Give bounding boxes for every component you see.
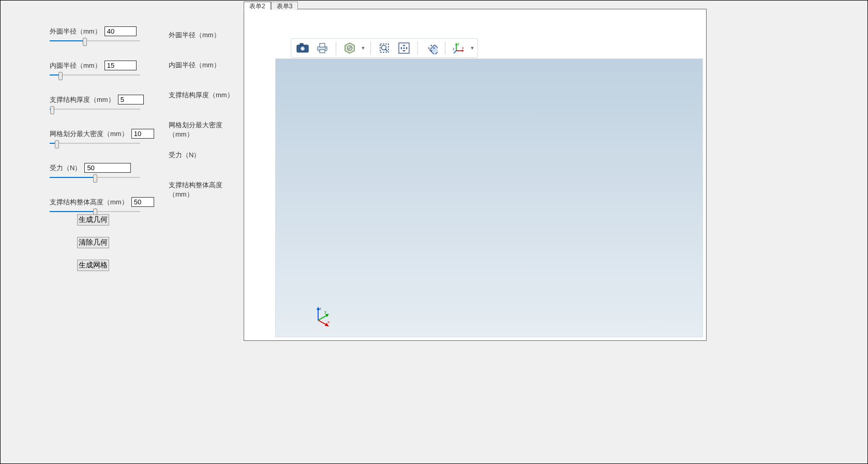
svg-rect-6 [320,50,325,53]
action-buttons: 生成几何 清除几何 生成网格 [77,214,109,271]
zoom-extents-icon[interactable] [422,40,441,56]
svg-line-13 [385,49,387,51]
generate-geometry-button[interactable]: 生成几何 [77,214,109,226]
readout-height: 支撑结构整体高度（mm） [169,176,246,206]
param-label: 网格划分最大密度（mm） [50,129,128,139]
toolbar-separator [370,41,371,55]
thickness-slider[interactable] [50,106,140,112]
svg-rect-5 [320,43,325,47]
inner-radius-input[interactable] [104,61,137,70]
svg-text:z: z [453,47,455,51]
svg-text:y: y [457,42,459,46]
param-label: 内圆半径（mm） [50,61,101,70]
svg-rect-1 [300,43,303,46]
print-icon[interactable] [313,40,332,56]
param-label: 外圆半径（mm） [50,27,101,36]
zoom-box-icon[interactable] [375,40,394,56]
thickness-input[interactable] [118,95,144,104]
svg-point-7 [325,48,326,49]
outer-radius-slider[interactable] [50,38,140,44]
axis-triad-icon[interactable]: y x z [450,40,468,56]
tab-bar: 表单2 表单3 [244,2,298,11]
param-inner-radius: 内圆半径（mm） [50,61,153,78]
force-input[interactable] [84,163,131,173]
camera-icon[interactable] [293,40,312,56]
inner-radius-slider[interactable] [50,72,140,78]
params-panel: 外圆半径（mm） 内圆半径（mm） 支撑结构厚度（m [50,26,153,231]
toolbar-separator [336,41,336,55]
app-root: 外圆半径（mm） 内圆半径（mm） 支撑结构厚度（m [0,0,868,464]
param-label: 支撑结构厚度（mm） [50,95,115,104]
height-input[interactable] [131,197,154,207]
readout-outer-radius: 外圆半径（mm） [169,26,246,56]
svg-text:y: y [324,309,326,314]
param-force: 受力（N） [50,163,153,181]
svg-marker-21 [462,50,464,52]
svg-point-15 [403,47,405,49]
param-label: 支撑结构整体高度（mm） [50,198,128,207]
svg-text:z: z [319,306,321,311]
param-label: 受力（N） [50,163,81,173]
tab-form3[interactable]: 表单3 [271,2,298,10]
svg-text:x: x [462,46,464,50]
graphics-toolbar: ▼ [291,38,478,58]
pan-icon[interactable] [395,40,413,56]
outer-radius-input[interactable] [104,26,137,36]
generate-mesh-button[interactable]: 生成网格 [77,260,109,271]
toolbar-separator [417,41,418,55]
graphics-viewport[interactable]: z y x [275,58,703,337]
tab-form2[interactable]: 表单2 [244,2,271,10]
transparency-icon[interactable] [340,40,359,56]
svg-rect-16 [429,45,438,54]
readout-mesh-density: 网格划分最大密度（mm） [169,116,246,146]
svg-line-28 [318,315,327,320]
toolbar-separator [445,41,445,55]
param-height: 支撑结构整体高度（mm） [50,197,153,215]
param-mesh-density: 网格划分最大密度（mm） [50,129,153,146]
param-thickness: 支撑结构厚度（mm） [50,95,153,112]
graphics-panel: ▼ [244,9,707,341]
mesh-density-input[interactable] [131,129,154,139]
svg-line-23 [454,51,456,53]
param-outer-radius: 外圆半径（mm） [50,26,153,44]
force-slider[interactable] [50,174,140,181]
readout-force: 受力（N） [169,146,246,176]
axis-dropdown[interactable]: ▼ [469,40,475,56]
svg-text:x: x [327,320,330,324]
readout-inner-radius: 内圆半径（mm） [169,56,246,86]
readout-thickness: 支撑结构厚度（mm） [169,86,246,116]
mesh-density-slider[interactable] [50,140,140,146]
svg-point-3 [302,48,304,50]
readout-panel: 外圆半径（mm） 内圆半径（mm） 支撑结构厚度（mm） 网格划分最大密度（mm… [169,26,246,206]
viewport-axis-triad: z y x [312,306,333,326]
transparency-dropdown[interactable]: ▼ [360,40,366,56]
clear-geometry-button[interactable]: 清除几何 [77,237,109,248]
